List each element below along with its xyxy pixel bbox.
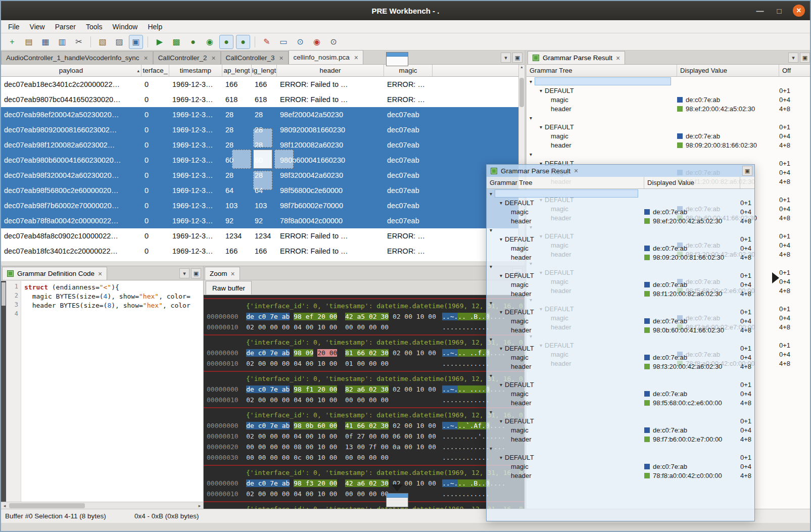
column-header-offset[interactable]: Off <box>779 65 811 76</box>
expand-caret-icon[interactable]: ▾ <box>500 309 502 315</box>
close-icon[interactable]: × <box>616 54 620 62</box>
expand-caret-icon[interactable]: ▾ <box>540 88 542 93</box>
hex-line[interactable]: 00000000 de c0 7e ab 98 0b 60 00 41 66 0… <box>204 420 524 431</box>
panel-caret-button[interactable]: ▾ <box>179 268 189 278</box>
tree-default-row[interactable]: ▾DEFAULT0+1 <box>487 307 754 316</box>
tree-default-row[interactable]: ▾DEFAULT0+1 <box>487 198 754 207</box>
parse-result-tab[interactable]: Grammar Parse Result × <box>528 51 625 64</box>
hex-line[interactable]: 00000000 de c0 7e ab 98 f1 20 00 82 a6 0… <box>204 384 524 395</box>
hex-line[interactable]: 00000010 02 00 00 00 04 00 10 00 00 00 0… <box>204 322 524 332</box>
hex-line[interactable]: 00000010 02 00 00 00 04 00 10 00 00 00 0… <box>204 489 524 499</box>
tree-field-row[interactable]: magicde:c0:7e:ab0+4 <box>527 131 811 140</box>
hex-line[interactable]: 00000000 de c0 7e ab 98 f3 20 00 42 a6 0… <box>204 478 524 489</box>
tree-field-row[interactable]: magicde:c0:7e:ab0+4 <box>487 389 754 398</box>
open-file-button[interactable]: ▤ <box>22 35 36 49</box>
tab-CallController_3[interactable]: CallController_3× <box>221 51 289 64</box>
column-header-magic[interactable]: magic <box>384 65 433 76</box>
code-line[interactable]: header BYTES(size=(8), show="hex", color <box>24 301 203 310</box>
tree-field-row[interactable]: magicde:c0:7e:ab0+4 <box>527 95 811 104</box>
tree-field-row[interactable]: magicde:c0:7e:ab0+4 <box>487 353 754 362</box>
tree-default-row[interactable]: ▾DEFAULT0+1 <box>487 271 754 280</box>
expand-caret-icon[interactable]: ▾ <box>490 409 492 415</box>
close-icon[interactable]: × <box>231 270 235 278</box>
floating-panel-titlebar[interactable]: Grammar Parse Result × ▣ <box>487 165 754 177</box>
cut-button[interactable]: ✂ <box>72 35 86 49</box>
table-row[interactable]: dec07eab98ef200042a50230020…01969-12-3…2… <box>1 107 524 122</box>
tree-default-row[interactable]: ▾DEFAULT0+1 <box>487 234 754 244</box>
column-header-payload[interactable]: payload▴ <box>1 65 141 76</box>
close-icon[interactable]: × <box>574 167 578 175</box>
titlebar[interactable]: PRE Workbench - . — □ × <box>1 1 810 20</box>
expand-caret-icon[interactable]: ▾ <box>540 124 542 130</box>
dock-splitter-horizontal[interactable] <box>1 261 524 266</box>
floating-parse-result-panel[interactable]: Grammar Parse Result × ▣ Grammar Tree Di… <box>486 164 755 521</box>
marker-button[interactable]: ✎ <box>260 35 274 49</box>
expand-caret-icon[interactable]: ▾ <box>530 79 532 84</box>
scrollbar-thumb[interactable] <box>9 503 85 508</box>
tree-default-row[interactable]: ▾DEFAULT0+1 <box>487 380 754 389</box>
tree-default-row[interactable]: ▾DEFAULT0+1 <box>487 344 754 353</box>
tree-root-row[interactable]: ▾ <box>487 444 754 453</box>
expand-caret-icon[interactable]: ▾ <box>500 236 502 242</box>
tree-root-row[interactable]: ▾ <box>487 225 754 234</box>
hex-line[interactable]: 00000020 00 00 00 00 08 00 10 00 13 00 7… <box>204 442 524 452</box>
record-button[interactable]: ◉ <box>310 35 324 49</box>
close-button[interactable]: × <box>793 5 805 17</box>
tree-field-row[interactable]: header98:f5:68:00:c2:e6:00:004+8 <box>487 398 754 407</box>
column-header-displayed-value[interactable]: Displayed Value <box>677 65 779 76</box>
minimize-button[interactable]: — <box>754 5 766 16</box>
expand-caret-icon[interactable]: ▾ <box>490 373 492 378</box>
expand-caret-icon[interactable]: ▾ <box>500 382 502 388</box>
column-header-offset[interactable] <box>740 177 754 188</box>
menu-item-tools[interactable]: Tools <box>81 20 108 33</box>
hex-line[interactable]: 00000000 de c0 7e ab 98 09 20 00 81 66 0… <box>204 348 524 358</box>
tab-close-icon[interactable]: × <box>279 54 283 62</box>
column-header-ap_lengt[interactable]: ap_lengt <box>222 65 252 76</box>
grammar-code-tab[interactable]: Grammar Definition Code × <box>2 267 107 280</box>
table-row[interactable]: dec07eab98f7b60002e70000020…01969-12-3…1… <box>1 198 524 213</box>
scrollbar-thumb[interactable] <box>519 78 524 107</box>
tree-field-row[interactable]: header98:f7:b6:00:02:e7:00:004+8 <box>487 434 754 444</box>
code-editor[interactable]: struct (endianness="<"){ magic BYTES(siz… <box>21 281 203 502</box>
tab-CallController_2[interactable]: CallController_2× <box>153 51 221 64</box>
hex-line[interactable]: 00000010 02 00 00 00 04 00 10 00 00 00 0… <box>204 395 524 405</box>
debug-ant-button[interactable]: ● <box>186 35 200 49</box>
zoom-window-button[interactable]: ⊙ <box>293 35 307 49</box>
tree-field-row[interactable]: header98:0b:60:00:41:66:02:304+8 <box>487 325 754 334</box>
column-header-displayed-value[interactable]: Displayed Value <box>644 177 740 188</box>
code-overview-strip[interactable] <box>1 281 6 502</box>
panel-float-button[interactable]: ▣ <box>742 166 752 176</box>
code-line[interactable] <box>24 310 203 319</box>
menu-item-parser[interactable]: Parser <box>50 20 81 33</box>
search-button[interactable]: ⊙ <box>326 35 341 49</box>
tree-default-row[interactable]: ▾DEFAULT0+1 <box>487 416 754 425</box>
expand-caret-icon[interactable]: ▾ <box>500 273 502 278</box>
hex-line[interactable]: 00000030 00 00 00 00 0c 00 10 00 00 00 0… <box>204 452 524 463</box>
panel-float-button[interactable]: ▣ <box>800 53 810 63</box>
tab-close-icon[interactable]: × <box>144 54 148 62</box>
code-line[interactable]: magic BYTES(size=(4), show="hex", color= <box>24 292 203 301</box>
expand-caret-icon[interactable]: ▾ <box>530 115 532 121</box>
copy-button[interactable]: ▨ <box>112 35 126 49</box>
column-header-header[interactable]: header <box>277 65 384 76</box>
paste-button[interactable]: ▧ <box>96 35 110 49</box>
tree-root-row[interactable]: ▾ <box>487 407 754 416</box>
column-header-terface_[interactable]: terface_ <box>141 65 169 76</box>
scroll-right-icon[interactable]: ▸ <box>196 502 203 509</box>
scroll-left-icon[interactable]: ◂ <box>1 502 8 509</box>
window-button[interactable]: ▭ <box>276 35 291 49</box>
tab-AudioController_1_handleVocoderInfo_sync[interactable]: AudioController_1_handleVocoderInfo_sync… <box>1 51 153 64</box>
tree-root-row[interactable]: ▾ <box>487 262 754 271</box>
new-file-button[interactable]: + <box>5 35 19 49</box>
close-icon[interactable]: × <box>98 270 102 278</box>
hex-line[interactable]: 00000000 de c0 7e ab 98 ef 20 00 42 a5 0… <box>204 311 524 322</box>
panel-float-button[interactable]: ▣ <box>191 268 201 278</box>
tab-list-caret-button[interactable]: ▾ <box>501 53 511 63</box>
run-parser-button[interactable]: ◉ <box>203 35 217 49</box>
table-row[interactable]: dec07eab9807bc0441650230020…01969-12-3…6… <box>1 92 524 107</box>
rawbuffer-tab[interactable]: Raw buffer <box>206 281 252 295</box>
expand-caret-icon[interactable]: ▾ <box>500 455 502 460</box>
column-header-grammar-tree[interactable]: Grammar Tree <box>527 65 677 76</box>
tree-field-row[interactable]: header78:f8:a0:00:42:c0:00:004+8 <box>487 471 754 480</box>
tree-field-row[interactable]: header98:ef:20:00:42:a5:02:304+8 <box>527 104 811 113</box>
